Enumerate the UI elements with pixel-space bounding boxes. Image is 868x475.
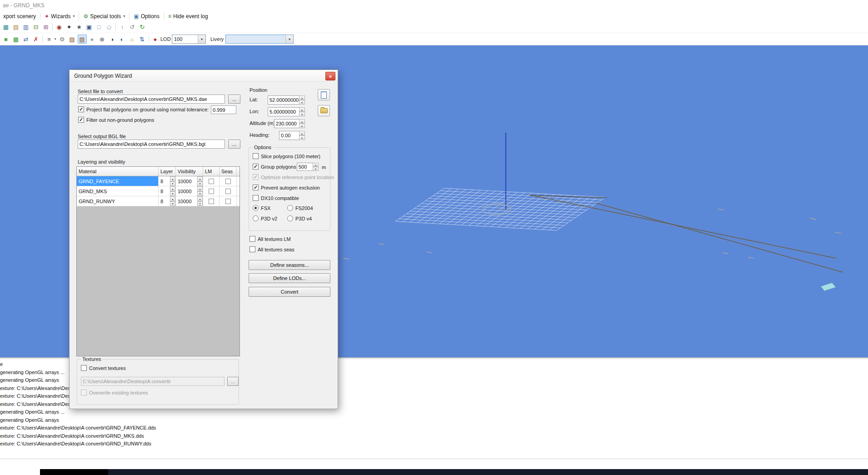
copy-position-button[interactable]	[318, 89, 330, 100]
spin-down-icon[interactable]: ▾	[197, 191, 203, 196]
save-file-icon[interactable]: ▥	[21, 23, 30, 32]
project-flat-checkbox[interactable]: Project flat polygons on ground using no…	[78, 106, 209, 112]
ground-polygon-wizard-icon[interactable]: ▧	[78, 35, 87, 44]
spin-up-icon[interactable]: ▴	[197, 176, 203, 181]
spinner[interactable]: ▴▾	[197, 186, 203, 196]
swap-icon[interactable]: ⇅	[138, 35, 147, 44]
spin-down-icon[interactable]: ▾	[299, 112, 305, 116]
convert-textures-checkbox[interactable]: Convert textures	[81, 365, 126, 371]
spin-up-icon[interactable]: ▴	[299, 107, 305, 112]
chevron-down-icon[interactable]: ▾	[285, 35, 293, 43]
table-row[interactable]: GRND_MKS8▴▾10000▴▾	[77, 186, 239, 196]
cell-layer[interactable]: 8▴▾	[159, 196, 176, 206]
slice-polygons-checkbox[interactable]: Slice polygons (100 meter)	[253, 153, 320, 159]
livery-select[interactable]: ▾	[225, 35, 294, 44]
group-size-input[interactable]: 500	[297, 163, 313, 171]
lod-select[interactable]: 100 ▾	[172, 35, 206, 44]
position-input[interactable]: 5.00000000	[268, 107, 299, 116]
delete-icon[interactable]: ✗	[31, 35, 40, 44]
define-lods-button[interactable]: Define LODs...	[249, 273, 330, 283]
checkbox-box[interactable]	[209, 189, 214, 194]
optimize-reference-checkbox[interactable]: Optimize reference point location	[253, 174, 334, 180]
spinner[interactable]: ▴▾	[170, 196, 175, 206]
dx10-checkbox[interactable]: DX10 compatible	[253, 195, 299, 201]
all-textures-lm-checkbox[interactable]: All textures LM	[249, 236, 291, 242]
cell-seas[interactable]	[219, 196, 237, 206]
spin-up-icon[interactable]: ▴	[299, 95, 305, 100]
checkbox-box[interactable]	[209, 179, 214, 184]
spinner[interactable]: ▴▾	[197, 176, 203, 186]
prevent-autogen-checkbox[interactable]: Prevent autogen exclusion	[253, 185, 320, 190]
chevron-down-icon[interactable]: ▾	[198, 35, 205, 43]
spin-up-icon[interactable]: ▴	[170, 196, 175, 201]
spin-up-icon[interactable]: ▴	[170, 186, 175, 191]
browse-texture-button[interactable]: ...	[227, 377, 239, 386]
position-input[interactable]: 230.0000	[274, 119, 299, 128]
cell-material[interactable]: GRND_RUNWY	[77, 196, 159, 206]
radio-p3d-v4[interactable]: P3D v4	[287, 215, 312, 221]
window-icon[interactable]: □	[95, 23, 104, 32]
spinner[interactable]: ▴▾	[299, 119, 305, 128]
spin-up-icon[interactable]: ▴	[313, 163, 319, 167]
cell-visibility[interactable]: 10000▴▾	[176, 176, 203, 186]
import-icon[interactable]: ⊟	[31, 23, 40, 32]
gear-icon[interactable]: ⚙	[58, 35, 67, 44]
spinner[interactable]: ▴▾	[299, 107, 305, 116]
walk-mode-icon[interactable]: ✦	[65, 23, 74, 32]
cell-layer[interactable]: 8▴▾	[159, 186, 176, 196]
radio-p3d-v2[interactable]: P3D v2	[253, 215, 277, 221]
menu-item-wizards[interactable]: ✦Wizards▾	[41, 12, 78, 20]
column-header-visibility[interactable]: Visibility	[176, 167, 203, 176]
checkbox-box[interactable]	[225, 179, 231, 184]
frame-icon[interactable]: ◇	[105, 23, 114, 32]
open-file-icon[interactable]: ▤	[11, 23, 20, 32]
table-row[interactable]: GRND_RUNWY8▴▾10000▴▾	[77, 196, 239, 206]
cell-seas[interactable]	[219, 176, 237, 186]
up-arrow-icon[interactable]: ↑	[118, 23, 127, 32]
dialog-titlebar[interactable]: Ground Polygon Wizard	[70, 70, 338, 82]
spin-down-icon[interactable]: ▾	[313, 167, 319, 171]
scenery-grid-icon[interactable]: ▦	[1, 23, 10, 32]
menu-item-options[interactable]: ▣Options	[130, 12, 163, 20]
column-header-lm[interactable]: LM	[203, 167, 219, 176]
spinner[interactable]: ▴▾	[197, 196, 203, 206]
sun-icon[interactable]: ☼	[128, 35, 137, 44]
spin-down-icon[interactable]: ▾	[299, 124, 305, 128]
column-header-seas[interactable]: Seas	[219, 167, 237, 176]
column-header-layer[interactable]: Layer	[159, 167, 176, 176]
cell-visibility[interactable]: 10000▴▾	[176, 186, 203, 196]
cell-material[interactable]: GRND_MKS	[77, 186, 159, 196]
column-header-material[interactable]: Material	[77, 167, 159, 176]
spin-up-icon[interactable]: ▴	[197, 186, 203, 191]
figure-icon[interactable]: ★	[75, 23, 84, 32]
refresh-icon[interactable]: ↻	[138, 23, 147, 32]
rotation-gizmo[interactable]	[483, 204, 510, 215]
spin-down-icon[interactable]: ▾	[299, 135, 305, 140]
cell-material[interactable]: GRND_FAYENCE	[77, 176, 159, 186]
input-file-field[interactable]: C:\Users\Alexandre\Desktop\A convertir\G…	[78, 95, 225, 104]
spinner[interactable]: ▴▾	[299, 131, 305, 140]
globe-icon[interactable]: ◐	[118, 35, 127, 44]
tolerance-input[interactable]: 0.999	[211, 105, 236, 114]
palette-icon[interactable]: ▩	[11, 35, 20, 44]
spin-down-icon[interactable]: ▾	[170, 201, 175, 206]
merge-icon[interactable]: ⇄	[21, 35, 30, 44]
position-input[interactable]: 0.00	[279, 131, 299, 140]
texture-icon[interactable]: ■	[1, 35, 10, 44]
spin-up-icon[interactable]: ▴	[299, 119, 305, 124]
convert-button[interactable]: Convert	[249, 287, 330, 297]
position-field-lon-[interactable]: 5.00000000▴▾	[268, 107, 305, 116]
checkbox-box[interactable]	[225, 189, 231, 194]
spinner[interactable]: ▴▾	[170, 176, 175, 186]
position-input[interactable]: 52.00000000	[268, 95, 299, 105]
spin-down-icon[interactable]: ▾	[170, 181, 175, 186]
browse-input-button[interactable]: ...	[228, 95, 240, 104]
all-textures-seas-checkbox[interactable]: All textures seas	[249, 246, 294, 252]
position-field-altitude-m-[interactable]: 230.0000▴▾	[274, 119, 305, 128]
spin-up-icon[interactable]: ▴	[299, 131, 305, 135]
cell-lm[interactable]	[203, 196, 219, 206]
menu-item-special-tools[interactable]: ⚙Special tools▾	[80, 12, 128, 20]
browse-output-button[interactable]: ...	[228, 140, 240, 149]
cell-lm[interactable]	[203, 186, 219, 196]
spin-down-icon[interactable]: ▾	[299, 100, 305, 105]
